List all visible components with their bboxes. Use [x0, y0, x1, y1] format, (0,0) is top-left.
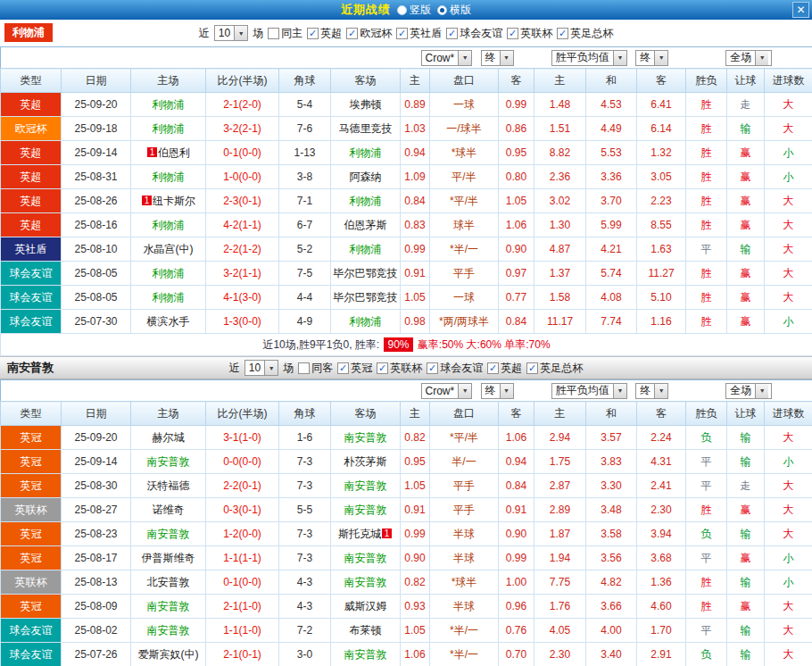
team-name: 水晶宫(中) [144, 243, 194, 255]
europe-odds-state-select[interactable]: 终▼ [635, 383, 668, 399]
league-checkbox[interactable]: ✓ [346, 28, 358, 39]
same-venue-filter[interactable]: 同主 [268, 26, 302, 41]
team-section-liverpool: 利物浦 近 10▼ 场 同主 ✓英超✓欧冠杯✓英社盾✓球会友谊✓英联杯✓英足总杯… [0, 20, 812, 356]
col-header-corner: 角球 [279, 402, 331, 426]
home-team: 利物浦 [131, 165, 206, 189]
league-checkbox[interactable]: ✓ [396, 28, 408, 39]
europe-draw-odds: 4.49 [586, 117, 637, 141]
team-name: 利物浦 [350, 146, 382, 159]
asia-home-odds: 1.05 [401, 286, 430, 310]
radio-selected-icon[interactable] [437, 5, 447, 15]
selector-row: Crow*▼ 终▼ 胜平负均值▼ 终▼ 全场▼ [1, 47, 812, 69]
bookmaker-select[interactable]: Crow*▼ [421, 383, 473, 399]
match-score: 3-2(1-1) [206, 262, 279, 286]
match-row: 球会友谊25-08-05利物浦4-1(3-0)4-4毕尔巴鄂竞技1.05一球0.… [1, 286, 812, 310]
vertical-layout-radio[interactable]: 竖版 [397, 3, 431, 18]
team-filter-bar: 利物浦 近 10▼ 场 同主 ✓英超✓欧冠杯✓英社盾✓球会友谊✓英联杯✓英足总杯 [0, 20, 812, 46]
match-date: 25-08-16 [62, 213, 131, 237]
europe-home-odds: 1.51 [534, 117, 586, 141]
league-checkbox[interactable]: ✓ [507, 28, 518, 39]
league-badge: 英冠 [1, 595, 62, 619]
league-checkbox[interactable]: ✓ [377, 362, 388, 374]
europe-home-odds: 1.76 [534, 595, 586, 619]
match-row: 英超25-08-261纽卡斯尔2-3(0-1)7-1利物浦0.84*平/半1.0… [1, 189, 812, 213]
team-name: 利物浦 [153, 291, 185, 304]
win-rate-badge: 90% [384, 337, 412, 352]
europe-odds-state-select[interactable]: 终▼ [635, 50, 668, 66]
europe-home-odds: 1.75 [534, 450, 586, 474]
corner-score: 7-5 [279, 262, 331, 286]
goals-outcome: 大 [765, 498, 812, 522]
league-label: 英足总杯 [540, 361, 583, 376]
league-badge: 球会友谊 [1, 286, 62, 310]
red-card-badge: 1 [147, 147, 157, 157]
league-filter[interactable]: ✓英社盾 [396, 26, 442, 41]
league-filter[interactable]: ✓英联杯 [507, 26, 552, 41]
asia-odds-state-select[interactable]: 终▼ [481, 50, 514, 66]
scope-select[interactable]: 全场▼ [725, 50, 772, 66]
league-filter[interactable]: ✓英冠 [337, 361, 372, 376]
league-filter[interactable]: ✓英超 [307, 26, 342, 41]
radio-icon[interactable] [397, 5, 407, 15]
match-row: 英冠25-09-14南安普敦0-0(0-0)7-3朴茨茅斯0.95半/一0.94… [1, 450, 812, 474]
corner-score: 5-4 [279, 93, 331, 117]
same-venue-checkbox[interactable] [268, 28, 279, 39]
league-checkbox[interactable]: ✓ [307, 28, 319, 39]
league-filter[interactable]: ✓欧冠杯 [346, 26, 392, 41]
asia-home-odds: 0.93 [401, 595, 430, 619]
team-name: 阿森纳 [350, 171, 382, 183]
match-row: 英冠25-08-30沃特福德2-2(0-1)7-3南安普敦1.05平手0.842… [1, 474, 812, 498]
league-checkbox[interactable]: ✓ [487, 362, 499, 374]
league-checkbox[interactable]: ✓ [337, 362, 349, 374]
same-venue-checkbox[interactable] [298, 362, 310, 374]
team-name: 南安普敦 [344, 552, 387, 564]
away-team: 南安普敦 [331, 474, 401, 498]
league-filter[interactable]: ✓英足总杯 [526, 361, 583, 376]
team-name: 马德里竞技 [339, 122, 393, 135]
league-filter[interactable]: ✓英足总杯 [557, 26, 613, 41]
europe-away-odds: 1.70 [637, 619, 686, 643]
europe-away-odds: 2.91 [637, 643, 686, 666]
corner-score: 4-9 [279, 310, 331, 334]
europe-draw-odds: 3.58 [586, 522, 637, 546]
bookmaker-select[interactable]: Crow*▼ [421, 50, 473, 66]
dropdown-arrow-icon: ▼ [613, 51, 626, 65]
results-body: 英超25-09-20利物浦2-1(2-0)5-4埃弗顿0.89一球0.991.4… [1, 93, 812, 334]
away-team: 南安普敦 [331, 426, 401, 450]
red-card-badge: 1 [382, 529, 392, 538]
league-filter[interactable]: ✓球会友谊 [427, 361, 483, 376]
league-filters: ✓英超✓欧冠杯✓英社盾✓球会友谊✓英联杯✓英足总杯 [307, 26, 613, 41]
asia-home-odds: 0.91 [401, 498, 430, 522]
team-name: 利物浦 [153, 122, 185, 135]
league-checkbox[interactable]: ✓ [427, 362, 438, 374]
league-badge: 英超 [1, 189, 62, 213]
col-header-eu-away: 客 [637, 69, 686, 93]
home-team: 利物浦 [131, 117, 206, 141]
europe-odds-select[interactable]: 胜平负均值▼ [551, 50, 627, 66]
scope-select[interactable]: 全场▼ [725, 383, 772, 399]
horizontal-layout-radio[interactable]: 横版 [437, 3, 471, 18]
league-checkbox[interactable]: ✓ [446, 28, 458, 39]
asia-odds-state-select[interactable]: 终▼ [481, 383, 514, 399]
match-count-select[interactable]: 10▼ [244, 360, 278, 376]
match-score: 0-0(0-0) [206, 450, 279, 474]
league-filter[interactable]: ✓球会友谊 [446, 26, 502, 41]
league-checkbox[interactable]: ✓ [557, 28, 568, 39]
match-date: 25-08-09 [62, 595, 131, 619]
league-checkbox[interactable]: ✓ [526, 362, 538, 374]
asia-home-odds: 1.05 [401, 474, 430, 498]
team-name: 伯恩茅斯 [344, 219, 387, 231]
home-team: 南安普敦 [131, 522, 206, 546]
col-header-home: 主场 [131, 402, 206, 426]
asia-home-odds: 1.09 [401, 165, 430, 189]
vertical-layout-label: 竖版 [410, 3, 431, 18]
close-icon[interactable]: ✕ [792, 2, 809, 18]
same-venue-filter[interactable]: 同客 [298, 361, 333, 376]
europe-away-odds: 11.27 [637, 262, 686, 286]
europe-odds-select[interactable]: 胜平负均值▼ [551, 383, 627, 399]
corner-score: 1-6 [279, 426, 331, 450]
col-header-result: 胜负 [686, 69, 727, 93]
match-count-select[interactable]: 10▼ [214, 25, 248, 41]
league-filter[interactable]: ✓英超 [487, 361, 522, 376]
league-filter[interactable]: ✓英联杯 [377, 361, 422, 376]
